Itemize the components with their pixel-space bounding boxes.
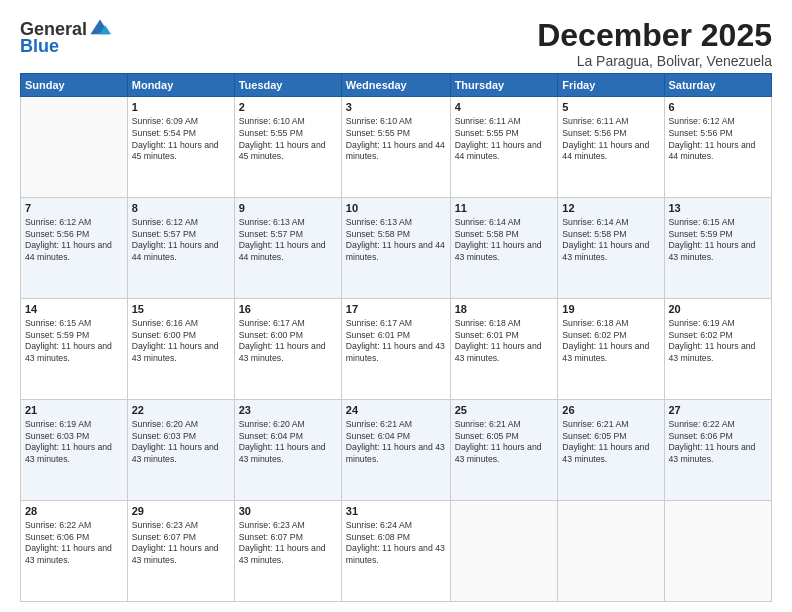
day-info: Sunrise: 6:14 AMSunset: 5:58 PMDaylight:… [562,217,659,264]
day-number: 26 [562,403,659,418]
calendar-cell: 22Sunrise: 6:20 AMSunset: 6:03 PMDayligh… [127,400,234,501]
day-info: Sunrise: 6:22 AMSunset: 6:06 PMDaylight:… [669,419,768,466]
day-number: 31 [346,504,446,519]
logo-icon [89,18,111,40]
calendar-row-2: 7Sunrise: 6:12 AMSunset: 5:56 PMDaylight… [21,198,772,299]
day-number: 7 [25,201,123,216]
day-info: Sunrise: 6:13 AMSunset: 5:57 PMDaylight:… [239,217,337,264]
day-info: Sunrise: 6:11 AMSunset: 5:55 PMDaylight:… [455,116,554,163]
day-number: 2 [239,100,337,115]
calendar-cell: 16Sunrise: 6:17 AMSunset: 6:00 PMDayligh… [234,299,341,400]
calendar-header-row: SundayMondayTuesdayWednesdayThursdayFrid… [21,74,772,97]
calendar-cell: 8Sunrise: 6:12 AMSunset: 5:57 PMDaylight… [127,198,234,299]
day-info: Sunrise: 6:18 AMSunset: 6:02 PMDaylight:… [562,318,659,365]
day-info: Sunrise: 6:12 AMSunset: 5:56 PMDaylight:… [25,217,123,264]
calendar-cell [450,501,558,602]
day-info: Sunrise: 6:21 AMSunset: 6:05 PMDaylight:… [562,419,659,466]
day-info: Sunrise: 6:16 AMSunset: 6:00 PMDaylight:… [132,318,230,365]
day-number: 4 [455,100,554,115]
day-info: Sunrise: 6:21 AMSunset: 6:04 PMDaylight:… [346,419,446,466]
calendar-row-5: 28Sunrise: 6:22 AMSunset: 6:06 PMDayligh… [21,501,772,602]
calendar-cell: 28Sunrise: 6:22 AMSunset: 6:06 PMDayligh… [21,501,128,602]
calendar-cell: 25Sunrise: 6:21 AMSunset: 6:05 PMDayligh… [450,400,558,501]
day-number: 12 [562,201,659,216]
calendar-cell: 31Sunrise: 6:24 AMSunset: 6:08 PMDayligh… [341,501,450,602]
calendar-subtitle: La Paragua, Bolivar, Venezuela [537,53,772,69]
col-header-tuesday: Tuesday [234,74,341,97]
calendar-cell: 9Sunrise: 6:13 AMSunset: 5:57 PMDaylight… [234,198,341,299]
calendar-cell: 19Sunrise: 6:18 AMSunset: 6:02 PMDayligh… [558,299,664,400]
day-info: Sunrise: 6:11 AMSunset: 5:56 PMDaylight:… [562,116,659,163]
day-number: 10 [346,201,446,216]
day-info: Sunrise: 6:17 AMSunset: 6:01 PMDaylight:… [346,318,446,365]
title-block: December 2025 La Paragua, Bolivar, Venez… [537,18,772,69]
day-number: 11 [455,201,554,216]
calendar-cell: 21Sunrise: 6:19 AMSunset: 6:03 PMDayligh… [21,400,128,501]
day-number: 17 [346,302,446,317]
day-info: Sunrise: 6:24 AMSunset: 6:08 PMDaylight:… [346,520,446,567]
day-info: Sunrise: 6:10 AMSunset: 5:55 PMDaylight:… [239,116,337,163]
day-number: 19 [562,302,659,317]
page: General Blue December 2025 La Paragua, B… [0,0,792,612]
calendar-cell: 24Sunrise: 6:21 AMSunset: 6:04 PMDayligh… [341,400,450,501]
day-info: Sunrise: 6:15 AMSunset: 5:59 PMDaylight:… [25,318,123,365]
calendar-cell [558,501,664,602]
day-number: 27 [669,403,768,418]
calendar-cell: 29Sunrise: 6:23 AMSunset: 6:07 PMDayligh… [127,501,234,602]
day-info: Sunrise: 6:20 AMSunset: 6:04 PMDaylight:… [239,419,337,466]
calendar-cell: 7Sunrise: 6:12 AMSunset: 5:56 PMDaylight… [21,198,128,299]
day-info: Sunrise: 6:15 AMSunset: 5:59 PMDaylight:… [669,217,768,264]
calendar-cell: 6Sunrise: 6:12 AMSunset: 5:56 PMDaylight… [664,97,772,198]
calendar-cell: 4Sunrise: 6:11 AMSunset: 5:55 PMDaylight… [450,97,558,198]
calendar-cell: 14Sunrise: 6:15 AMSunset: 5:59 PMDayligh… [21,299,128,400]
logo: General Blue [20,18,111,57]
calendar-cell: 23Sunrise: 6:20 AMSunset: 6:04 PMDayligh… [234,400,341,501]
calendar-cell [664,501,772,602]
day-number: 3 [346,100,446,115]
day-number: 25 [455,403,554,418]
calendar-cell: 27Sunrise: 6:22 AMSunset: 6:06 PMDayligh… [664,400,772,501]
day-number: 6 [669,100,768,115]
day-info: Sunrise: 6:12 AMSunset: 5:56 PMDaylight:… [669,116,768,163]
day-info: Sunrise: 6:18 AMSunset: 6:01 PMDaylight:… [455,318,554,365]
day-info: Sunrise: 6:21 AMSunset: 6:05 PMDaylight:… [455,419,554,466]
day-info: Sunrise: 6:12 AMSunset: 5:57 PMDaylight:… [132,217,230,264]
col-header-saturday: Saturday [664,74,772,97]
day-info: Sunrise: 6:19 AMSunset: 6:02 PMDaylight:… [669,318,768,365]
calendar-cell: 30Sunrise: 6:23 AMSunset: 6:07 PMDayligh… [234,501,341,602]
day-number: 24 [346,403,446,418]
logo-blue: Blue [20,36,59,57]
day-info: Sunrise: 6:20 AMSunset: 6:03 PMDaylight:… [132,419,230,466]
calendar-cell: 1Sunrise: 6:09 AMSunset: 5:54 PMDaylight… [127,97,234,198]
day-number: 13 [669,201,768,216]
day-number: 16 [239,302,337,317]
calendar-cell: 26Sunrise: 6:21 AMSunset: 6:05 PMDayligh… [558,400,664,501]
calendar-cell: 3Sunrise: 6:10 AMSunset: 5:55 PMDaylight… [341,97,450,198]
day-number: 23 [239,403,337,418]
col-header-sunday: Sunday [21,74,128,97]
calendar-cell: 12Sunrise: 6:14 AMSunset: 5:58 PMDayligh… [558,198,664,299]
col-header-friday: Friday [558,74,664,97]
calendar-row-1: 1Sunrise: 6:09 AMSunset: 5:54 PMDaylight… [21,97,772,198]
day-number: 8 [132,201,230,216]
calendar-row-3: 14Sunrise: 6:15 AMSunset: 5:59 PMDayligh… [21,299,772,400]
day-info: Sunrise: 6:19 AMSunset: 6:03 PMDaylight:… [25,419,123,466]
day-info: Sunrise: 6:13 AMSunset: 5:58 PMDaylight:… [346,217,446,264]
header: General Blue December 2025 La Paragua, B… [20,18,772,69]
day-number: 20 [669,302,768,317]
day-number: 15 [132,302,230,317]
calendar-row-4: 21Sunrise: 6:19 AMSunset: 6:03 PMDayligh… [21,400,772,501]
calendar-cell: 2Sunrise: 6:10 AMSunset: 5:55 PMDaylight… [234,97,341,198]
col-header-thursday: Thursday [450,74,558,97]
calendar-cell: 10Sunrise: 6:13 AMSunset: 5:58 PMDayligh… [341,198,450,299]
calendar-cell [21,97,128,198]
day-number: 18 [455,302,554,317]
day-info: Sunrise: 6:10 AMSunset: 5:55 PMDaylight:… [346,116,446,163]
calendar-cell: 17Sunrise: 6:17 AMSunset: 6:01 PMDayligh… [341,299,450,400]
day-number: 9 [239,201,337,216]
calendar-title: December 2025 [537,18,772,53]
calendar-cell: 11Sunrise: 6:14 AMSunset: 5:58 PMDayligh… [450,198,558,299]
day-info: Sunrise: 6:23 AMSunset: 6:07 PMDaylight:… [132,520,230,567]
day-info: Sunrise: 6:17 AMSunset: 6:00 PMDaylight:… [239,318,337,365]
calendar-cell: 5Sunrise: 6:11 AMSunset: 5:56 PMDaylight… [558,97,664,198]
